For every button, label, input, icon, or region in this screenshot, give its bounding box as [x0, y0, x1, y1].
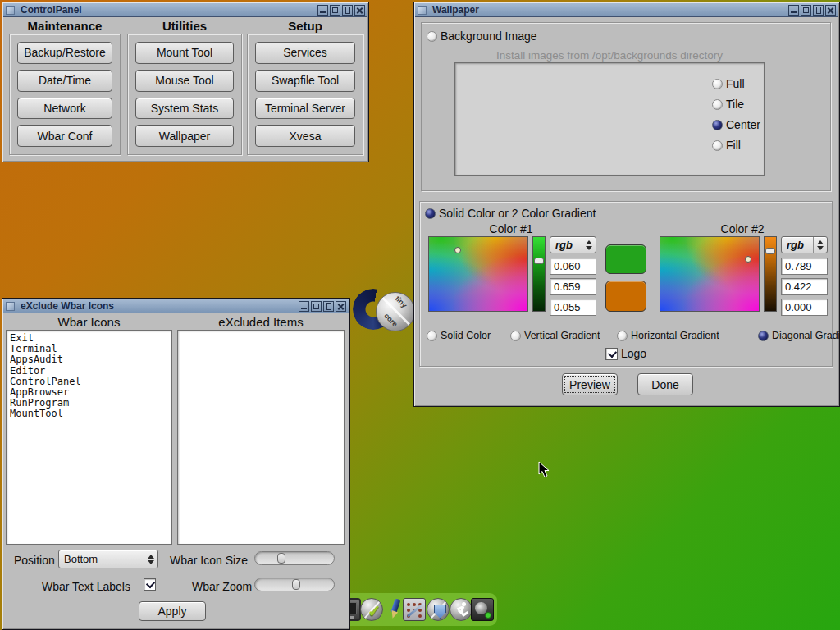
- background-image-frame: Background Image Install images from /op…: [421, 22, 831, 191]
- services-button[interactable]: Services: [255, 42, 355, 64]
- control-panel-icon[interactable]: [403, 598, 426, 621]
- logo-checkbox[interactable]: [605, 348, 618, 360]
- color2-r-input[interactable]: [781, 258, 828, 275]
- color1-g-input[interactable]: [550, 278, 596, 295]
- color1-swatch: [605, 244, 646, 274]
- exclude-titlebar[interactable]: eXclude Wbar Icons: [3, 299, 349, 313]
- minimize-button-icon[interactable]: [299, 301, 309, 312]
- maximize-button-icon[interactable]: [330, 5, 340, 16]
- gradient-row-solid: Solid Color: [427, 330, 491, 341]
- mount-tool-icon[interactable]: [471, 598, 494, 621]
- minimize-button-icon[interactable]: [317, 5, 328, 16]
- background-image-label: Background Image: [441, 30, 537, 43]
- color2-format-dropdown[interactable]: rgb: [781, 236, 828, 253]
- gradient-row-horizontal: Horizontal Gradient: [617, 330, 719, 341]
- column-header-maintenance: Maintenance: [9, 19, 121, 33]
- utilities-group: Mount Tool Mouse Tool System Stats Wallp…: [127, 34, 242, 155]
- color2-slider-thumb[interactable]: [765, 248, 775, 254]
- backup-restore-button[interactable]: Backup/Restore: [17, 42, 112, 64]
- control-panel-titlebar[interactable]: ControlPanel: [3, 3, 368, 17]
- mode-fill-radio[interactable]: [712, 140, 723, 151]
- shade-button-icon[interactable]: [813, 5, 824, 16]
- titlebar-grip: [6, 6, 15, 15]
- color2-field[interactable]: [660, 236, 760, 312]
- position-dropdown[interactable]: Bottom: [58, 550, 158, 568]
- icon-size-thumb[interactable]: [277, 553, 285, 564]
- minimize-button-icon[interactable]: [788, 5, 799, 16]
- icon-size-label: Wbar Icon Size: [170, 554, 248, 567]
- excluded-items-header: eXcluded Items: [177, 315, 345, 329]
- color1-b-input[interactable]: [550, 299, 596, 316]
- spinner-icon[interactable]: [582, 237, 596, 253]
- solid-gradient-radio[interactable]: [425, 208, 436, 219]
- spinner-icon[interactable]: [144, 550, 158, 568]
- wbar-conf-button[interactable]: Wbar Conf: [17, 125, 112, 147]
- checkmark-glyph: ✓: [368, 601, 381, 621]
- swapfile-tool-button[interactable]: Swapfile Tool: [255, 70, 355, 92]
- maximize-button-icon[interactable]: [311, 301, 322, 312]
- horizontal-gradient-radio[interactable]: [617, 331, 628, 341]
- maximize-button-icon[interactable]: [801, 5, 811, 16]
- run-program-icon[interactable]: [450, 598, 472, 621]
- shade-button-icon[interactable]: [342, 5, 353, 16]
- gradient-row-vertical: Vertical Gradient: [510, 330, 600, 341]
- color1-r-input[interactable]: [550, 258, 596, 275]
- solid-color-radio[interactable]: [427, 331, 437, 341]
- color1-format-dropdown[interactable]: rgb: [550, 236, 596, 253]
- editor-icon[interactable]: [382, 598, 405, 621]
- color2-value-slider[interactable]: [764, 236, 777, 312]
- apply-button[interactable]: Apply: [139, 601, 206, 621]
- wbar-zoom-label: Wbar Zoom: [192, 580, 252, 593]
- list-item[interactable]: MountTool: [10, 409, 168, 419]
- list-item[interactable]: Editor: [10, 366, 168, 377]
- window-title: ControlPanel: [18, 4, 314, 16]
- date-time-button[interactable]: Date/Time: [17, 70, 112, 92]
- mode-row-full: Full: [712, 77, 745, 90]
- apps-audit-icon[interactable]: ✓: [360, 598, 383, 621]
- spinner-icon[interactable]: [813, 237, 827, 253]
- system-stats-button[interactable]: System Stats: [135, 98, 234, 120]
- logo-checkbox-row: Logo: [605, 347, 646, 360]
- mount-tool-button[interactable]: Mount Tool: [135, 42, 234, 64]
- window-title: eXclude Wbar Icons: [18, 300, 295, 312]
- color2-g-input[interactable]: [781, 278, 828, 295]
- app-browser-icon[interactable]: [427, 598, 450, 621]
- excluded-items-listbox[interactable]: [177, 330, 345, 545]
- close-button-icon[interactable]: [336, 301, 346, 312]
- position-label: Position: [14, 554, 55, 567]
- wbar-zoom-thumb[interactable]: [292, 579, 300, 590]
- color1-value-slider[interactable]: [532, 236, 546, 312]
- icon-size-slider[interactable]: [254, 551, 335, 565]
- solid-gradient-radio-row: Solid Color or 2 Color Gradient: [425, 207, 596, 220]
- text-labels-checkbox[interactable]: [144, 578, 156, 591]
- wallpaper-titlebar[interactable]: Wallpaper: [415, 3, 838, 17]
- color2-b-input[interactable]: [781, 299, 828, 316]
- close-button-icon[interactable]: [354, 5, 365, 16]
- wbar-zoom-slider[interactable]: [254, 578, 335, 591]
- color2-label: Color #2: [658, 222, 827, 235]
- wallpaper-button[interactable]: Wallpaper: [135, 125, 234, 147]
- mode-tile-radio[interactable]: [712, 99, 723, 110]
- network-button[interactable]: Network: [17, 98, 112, 120]
- close-button-icon[interactable]: [825, 5, 836, 16]
- background-image-radio[interactable]: [427, 31, 437, 42]
- mouse-tool-button[interactable]: Mouse Tool: [135, 70, 234, 92]
- color1-slider-thumb[interactable]: [534, 258, 544, 264]
- mode-center-radio[interactable]: [712, 120, 723, 130]
- logo-label: Logo: [621, 347, 646, 360]
- wbar-icons-listbox[interactable]: Exit Terminal AppsAudit Editor ControlPa…: [6, 330, 172, 545]
- xvesa-button[interactable]: Xvesa: [255, 125, 355, 147]
- horizontal-gradient-label: Horizontal Gradient: [631, 330, 719, 341]
- mode-full-radio[interactable]: [712, 79, 723, 89]
- done-button[interactable]: Done: [637, 373, 693, 395]
- mode-fill-label: Fill: [726, 139, 741, 152]
- tinycore-logo: tiny core: [348, 285, 417, 336]
- preview-button[interactable]: Preview: [562, 373, 618, 395]
- diagonal-gradient-radio[interactable]: [758, 331, 769, 341]
- vertical-gradient-radio[interactable]: [510, 331, 521, 341]
- list-item[interactable]: AppsAudit: [10, 354, 168, 365]
- shade-button-icon[interactable]: [323, 301, 334, 312]
- titlebar-grip: [418, 6, 427, 15]
- color1-field[interactable]: [428, 236, 528, 312]
- terminal-server-button[interactable]: Terminal Server: [255, 98, 355, 120]
